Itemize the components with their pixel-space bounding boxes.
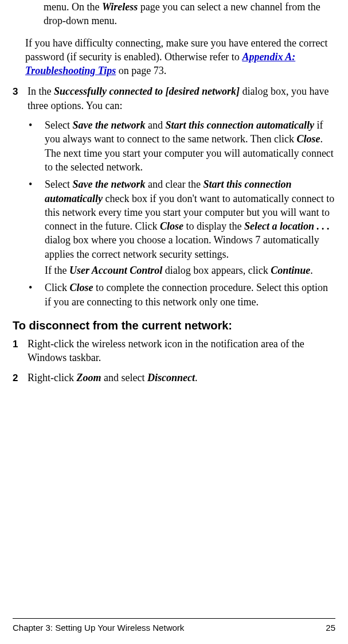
step-body: Right-click Zoom and select Disconnect. xyxy=(28,371,335,385)
save-network-label: Save the network xyxy=(72,179,145,190)
footer-page-number: 25 xyxy=(326,622,335,634)
text: and clear the xyxy=(146,179,204,190)
text: and select xyxy=(101,372,147,383)
step-number: 2 xyxy=(13,371,28,385)
bullet-item-2: Select Save the network and clear the St… xyxy=(29,177,335,277)
step-body: In the Successfully connected to [desire… xyxy=(28,84,335,112)
footer-chapter: Chapter 3: Setting Up Your Wireless Netw… xyxy=(13,622,184,634)
uac-paragraph: If the User Account Control dialog box a… xyxy=(45,263,335,277)
close-label: Close xyxy=(70,282,93,293)
top-continuation-paragraph: menu. On the Wireless page you can selec… xyxy=(13,0,335,28)
text: Select xyxy=(45,179,72,190)
text: Right-click xyxy=(28,372,76,383)
wireless-label: Wireless xyxy=(102,1,138,13)
zoom-label: Zoom xyxy=(76,372,101,383)
select-location-label: Select a location . . . xyxy=(244,220,330,232)
text: and xyxy=(146,119,166,131)
text: . xyxy=(310,265,313,276)
text: dialog box appears, click xyxy=(162,265,271,276)
save-network-label: Save the network xyxy=(72,119,145,131)
step-number: 1 xyxy=(13,337,28,365)
difficulty-paragraph: If you have difficulty connecting, make … xyxy=(13,36,335,78)
disconnect-step-1: 1 Right-click the wireless network icon … xyxy=(13,337,335,365)
disconnect-label: Disconnect xyxy=(147,372,195,383)
close-label: Close xyxy=(160,220,183,232)
step-3: 3 In the Successfully connected to [desi… xyxy=(13,84,335,112)
page-footer: Chapter 3: Setting Up Your Wireless Netw… xyxy=(13,618,335,644)
text: In the xyxy=(28,86,54,97)
step-body: Right-click the wireless network icon in… xyxy=(28,337,335,365)
page-content: menu. On the Wireless page you can selec… xyxy=(13,0,335,618)
text: Right-click the wireless network icon in… xyxy=(28,338,304,363)
text: dialog box where you choose a location. … xyxy=(45,234,319,259)
document-page: menu. On the Wireless page you can selec… xyxy=(0,0,348,644)
text: Select xyxy=(45,119,72,131)
text: menu. On the xyxy=(44,1,102,13)
text: . xyxy=(195,372,198,383)
start-auto-label: Start this connection automatically xyxy=(166,119,315,131)
continue-label: Continue xyxy=(271,265,310,276)
bullet-item-3: Click Close to complete the connection p… xyxy=(29,281,335,309)
options-bullet-list: Select Save the network and Start this c… xyxy=(13,118,335,309)
text: on page 73. xyxy=(116,65,166,76)
bullet-item-1: Select Save the network and Start this c… xyxy=(29,118,335,174)
close-label: Close xyxy=(297,133,320,145)
text: Click xyxy=(45,282,70,293)
text: to display the xyxy=(183,220,244,232)
disconnect-step-2: 2 Right-click Zoom and select Disconnect… xyxy=(13,371,335,385)
dialog-name: Successfully connected to [desired netwo… xyxy=(54,86,240,97)
disconnect-heading: To disconnect from the current network: xyxy=(13,318,335,333)
step-number: 3 xyxy=(13,84,28,112)
uac-label: User Account Control xyxy=(69,265,162,276)
text: If the xyxy=(45,265,69,276)
